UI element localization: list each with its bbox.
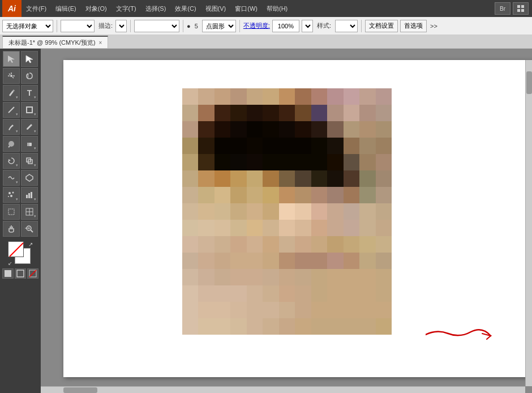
free-transform-tool[interactable]: [21, 170, 38, 186]
menu-help[interactable]: 帮助(H): [262, 0, 292, 17]
pixel-cell: [214, 302, 230, 318]
opacity-unit-dropdown[interactable]: ▼: [302, 20, 313, 32]
menu-file[interactable]: 文件(F): [22, 0, 51, 17]
menu-text[interactable]: 文字(T): [111, 0, 141, 17]
pixel-cell: [327, 220, 343, 236]
pixel-cell: [230, 138, 246, 154]
workspace-grid-button[interactable]: [513, 2, 529, 15]
pixel-cell: [247, 88, 263, 105]
magic-wand-tool[interactable]: [3, 68, 20, 84]
type-tool[interactable]: T ▾: [21, 85, 38, 101]
horizontal-scrollbar[interactable]: [41, 386, 525, 393]
pixel-cell: [344, 170, 359, 187]
menu-view[interactable]: 视图(V): [201, 0, 231, 17]
pixel-cell: [263, 154, 278, 170]
pencil-tool[interactable]: ▾: [21, 119, 38, 135]
doc-settings-button[interactable]: 文档设置: [365, 20, 398, 32]
gradient-mode-button[interactable]: [15, 268, 26, 279]
zoom-tool[interactable]: [21, 221, 38, 237]
svg-line-13: [8, 107, 14, 113]
pixel-cell: [247, 253, 263, 269]
tab-title: 未标题-1* @ 99% (CMYK/预览): [8, 39, 96, 47]
pixel-cell: [344, 253, 359, 269]
pixel-cell: [182, 88, 198, 105]
pixel-cell: [214, 121, 230, 138]
menu-edit[interactable]: 编辑(E): [51, 0, 81, 17]
pixel-cell: [182, 236, 198, 253]
pixel-cell: [311, 285, 327, 302]
pixel-cell: [198, 203, 214, 220]
pen-tool[interactable]: ▾: [3, 85, 20, 101]
menu-window[interactable]: 窗口(W): [230, 0, 262, 17]
blob-brush-tool[interactable]: [3, 136, 20, 152]
color-area: ↗ ↙: [2, 241, 38, 279]
pixel-cell: [198, 187, 214, 203]
stroke-shape-dropdown[interactable]: 点圆形: [202, 20, 236, 32]
slice-tool[interactable]: ▾: [21, 204, 38, 220]
tab-bar: 未标题-1* @ 99% (CMYK/预览) ×: [0, 35, 532, 49]
stroke-style-dropdown[interactable]: [61, 20, 95, 32]
fill-mode-button[interactable]: [2, 268, 14, 279]
pixel-cell: [214, 318, 230, 335]
pixel-cell: [295, 318, 311, 335]
line-tool[interactable]: ▾: [3, 102, 20, 118]
opacity-label[interactable]: 不透明度:: [243, 22, 270, 30]
paintbrush-tool[interactable]: ▾: [3, 119, 20, 135]
svg-rect-1: [521, 5, 524, 8]
reset-colors-icon[interactable]: ↙: [8, 260, 12, 266]
menu-effect[interactable]: 效果(C): [170, 0, 200, 17]
pixel-cell: [263, 138, 278, 154]
stroke-arrow-dropdown[interactable]: ▼: [115, 20, 127, 32]
pixel-cell: [359, 138, 375, 154]
no-selection-dropdown[interactable]: 无选择对象: [2, 20, 53, 32]
pixel-cell: [182, 203, 198, 220]
rotate-tool[interactable]: ▾: [3, 153, 20, 169]
menu-object[interactable]: 对象(O): [81, 0, 111, 17]
eraser-tool[interactable]: ▾: [21, 136, 38, 152]
symbol-sprayer-tool[interactable]: ▾: [3, 187, 20, 203]
vertical-scrollbar[interactable]: [525, 60, 532, 386]
tab-close-button[interactable]: ×: [99, 40, 102, 46]
pixel-cell: [198, 220, 214, 236]
svg-marker-18: [8, 159, 11, 161]
more-options-icon[interactable]: >>: [429, 23, 439, 29]
pixel-cell: [359, 154, 375, 170]
svg-line-37: [10, 243, 23, 257]
pixel-cell: [247, 170, 263, 187]
scale-tool[interactable]: ▾: [21, 153, 38, 169]
opacity-input[interactable]: [272, 20, 299, 32]
warp-tool[interactable]: ▾: [3, 170, 20, 186]
style-dropdown[interactable]: [335, 20, 358, 32]
pixel-cell: [230, 285, 246, 302]
svg-rect-28: [31, 192, 32, 198]
pixel-cell: [263, 121, 278, 138]
document-tab[interactable]: 未标题-1* @ 99% (CMYK/预览) ×: [2, 36, 108, 48]
pixel-cell: [344, 220, 359, 236]
hand-tool[interactable]: [3, 221, 20, 237]
rectangle-tool[interactable]: ▾: [21, 102, 38, 118]
foreground-color-swatch[interactable]: [8, 241, 24, 257]
graph-tool[interactable]: ▾: [21, 187, 38, 203]
pixel-cell: [359, 302, 375, 318]
bridge-button[interactable]: Br: [495, 2, 510, 15]
canvas-area[interactable]: [41, 49, 532, 393]
direct-selection-tool[interactable]: [21, 51, 38, 67]
pixel-cell: [376, 318, 392, 335]
stroke-preset-dropdown[interactable]: [134, 20, 179, 32]
preferences-button[interactable]: 首选项: [400, 20, 427, 32]
no-paint-mode-button[interactable]: [27, 268, 38, 279]
pixel-cell: [279, 220, 295, 236]
artboard-tool[interactable]: [3, 204, 20, 220]
menu-select[interactable]: 选择(S): [141, 0, 171, 17]
svg-rect-17: [27, 143, 29, 146]
swap-colors-icon[interactable]: ↗: [28, 241, 33, 247]
pixel-cell: [295, 285, 311, 302]
selection-tool[interactable]: [3, 51, 20, 67]
lasso-tool[interactable]: [21, 68, 38, 84]
pixel-cell: [198, 318, 214, 335]
pixel-cell: [263, 318, 278, 335]
pixel-cell: [263, 105, 278, 121]
pixel-cell: [230, 302, 246, 318]
pixel-cell: [230, 105, 246, 121]
pixel-cell: [279, 302, 295, 318]
